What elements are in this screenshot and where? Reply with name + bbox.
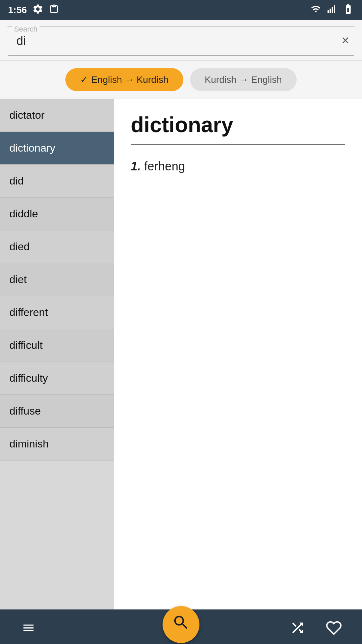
definition-number: 1. bbox=[131, 159, 141, 173]
search-label: Search bbox=[12, 25, 40, 34]
list-item[interactable]: different bbox=[0, 296, 114, 329]
definition-entry: 1. ferheng bbox=[131, 157, 345, 176]
list-item[interactable]: diddle bbox=[0, 198, 114, 230]
bottom-nav bbox=[0, 609, 362, 644]
search-fab-button[interactable] bbox=[163, 606, 199, 643]
wifi-icon bbox=[310, 4, 322, 16]
word-list: dictator dictionary did diddle died diet… bbox=[0, 99, 114, 609]
definition-divider bbox=[131, 144, 345, 145]
language-tabs: ✓ English → Kurdish Kurdish → English bbox=[0, 61, 362, 99]
svg-rect-3 bbox=[334, 5, 335, 13]
list-item[interactable]: diffuse bbox=[0, 395, 114, 428]
definition-word: dictionary bbox=[131, 112, 345, 137]
status-bar: 1:56 bbox=[0, 0, 362, 20]
search-fab-icon bbox=[172, 613, 190, 636]
list-item[interactable]: difficulty bbox=[0, 362, 114, 395]
checkmark-icon: ✓ bbox=[80, 74, 88, 85]
tab-kurdish-english[interactable]: Kurdish → English bbox=[190, 68, 297, 91]
tab-english-kurdish-label: English → Kurdish bbox=[91, 74, 168, 85]
list-item[interactable]: did bbox=[0, 165, 114, 198]
list-item[interactable]: difficult bbox=[0, 329, 114, 362]
status-left: 1:56 bbox=[8, 3, 59, 17]
favorites-button[interactable] bbox=[326, 620, 342, 639]
main-area: dictator dictionary did diddle died diet… bbox=[0, 99, 362, 609]
search-container: Search × bbox=[0, 20, 362, 61]
menu-button[interactable] bbox=[20, 621, 37, 638]
svg-rect-1 bbox=[330, 8, 331, 13]
tab-kurdish-english-label: Kurdish → English bbox=[205, 74, 282, 85]
battery-icon bbox=[343, 3, 354, 17]
list-item[interactable]: died bbox=[0, 230, 114, 263]
list-item[interactable]: diminish bbox=[0, 428, 114, 461]
clipboard-icon bbox=[49, 3, 59, 17]
definition-translation: ferheng bbox=[144, 159, 185, 173]
svg-rect-2 bbox=[332, 7, 333, 13]
search-input[interactable] bbox=[7, 26, 355, 56]
clear-search-button[interactable]: × bbox=[342, 34, 349, 47]
shuffle-button[interactable] bbox=[290, 620, 306, 639]
status-right bbox=[310, 3, 354, 17]
svg-rect-0 bbox=[327, 10, 329, 13]
signal-icon bbox=[327, 3, 337, 17]
list-item[interactable]: dictionary bbox=[0, 132, 114, 165]
list-item[interactable]: diet bbox=[0, 263, 114, 296]
tab-english-kurdish[interactable]: ✓ English → Kurdish bbox=[65, 68, 183, 91]
definition-panel: dictionary 1. ferheng bbox=[114, 99, 362, 609]
settings-icon bbox=[32, 3, 44, 17]
status-time: 1:56 bbox=[8, 5, 27, 15]
list-item[interactable]: dictator bbox=[0, 99, 114, 132]
